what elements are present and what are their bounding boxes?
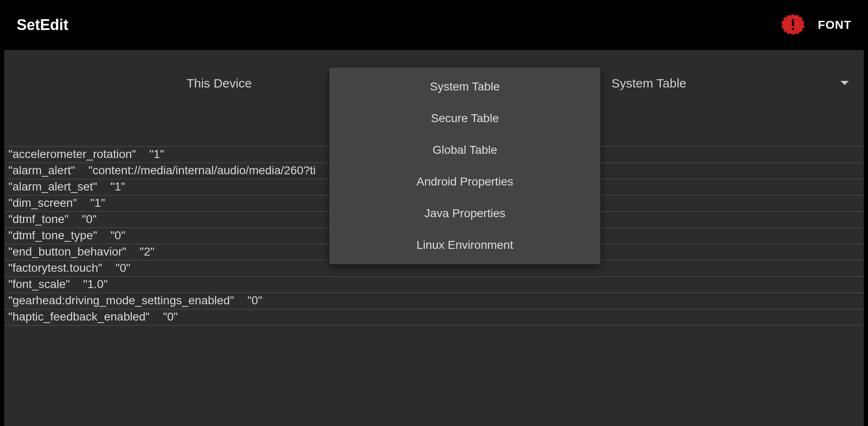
setting-key: "alarm_alert" [8,164,75,177]
setting-value: "1" [149,148,164,161]
svg-rect-1 [792,28,794,30]
setting-key: "haptic_feedback_enabled" [8,310,150,323]
table-row[interactable]: "gearhead:driving_mode_settings_enabled"… [4,293,864,309]
setting-value: "0" [247,294,262,307]
setting-key: "alarm_alert_set" [8,180,97,193]
chevron-down-icon [840,81,849,86]
setting-value: "1.0" [83,278,108,291]
setting-key: "dtmf_tone" [8,213,68,226]
dropdown-item[interactable]: Secure Table [329,103,600,134]
setting-value: "content://media/internal/audio/media/26… [88,164,316,177]
setting-key: "end_button_behavior" [8,245,126,258]
topbar-actions: FONT [781,13,851,37]
warning-badge-icon[interactable] [781,13,805,37]
app-title: SetEdit [17,16,68,34]
dropdown-item[interactable]: Java Properties [329,198,600,229]
setting-key: "dtmf_tone_type" [8,229,97,242]
setting-value: "0" [110,229,125,242]
setting-value: "2" [140,245,154,258]
dropdown-item[interactable]: Linux Environment [329,229,600,261]
table-selector-dropdown: System TableSecure TableGlobal TableAndr… [329,68,600,264]
app-topbar: SetEdit FONT [0,0,868,50]
setting-key: "dim_screen" [8,196,77,210]
setting-value: "0" [163,310,178,323]
font-button[interactable]: FONT [818,18,851,32]
setting-value: "0" [82,213,96,226]
setting-key: "font_scale" [8,278,70,291]
svg-rect-0 [792,19,794,26]
dropdown-item[interactable]: Android Properties [329,166,600,198]
setting-key: "accelerometer_rotation" [8,148,136,161]
dropdown-item[interactable]: System Table [329,71,600,103]
dropdown-item[interactable]: Global Table [329,134,600,166]
setting-value: "1" [90,196,105,210]
setting-key: "factorytest.touch" [8,261,102,275]
setting-value: "1" [110,180,125,193]
table-row[interactable]: "font_scale""1.0" [4,276,864,293]
setting-key: "gearhead:driving_mode_settings_enabled" [8,294,234,307]
table-row[interactable]: "haptic_feedback_enabled""0" [4,309,864,326]
setting-value: "0" [115,261,130,275]
